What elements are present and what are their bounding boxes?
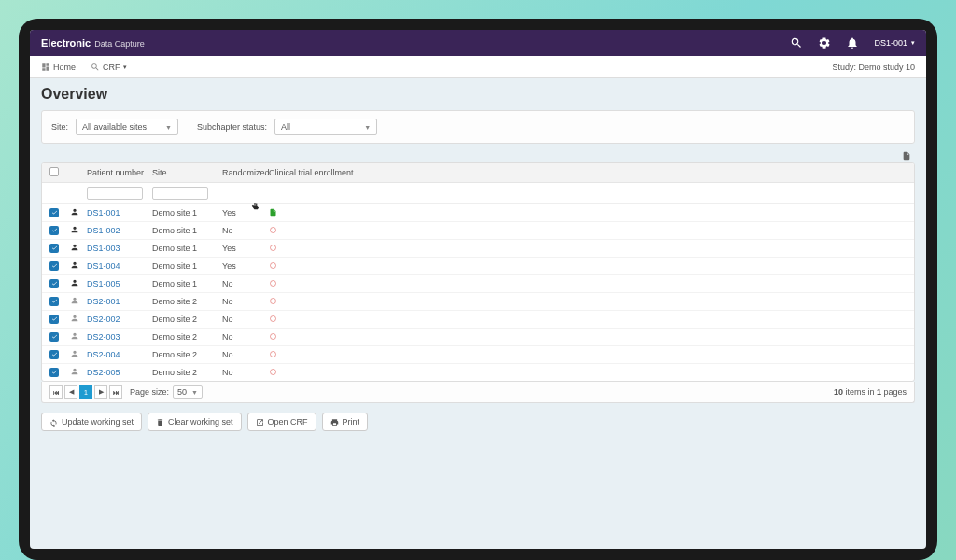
site-text: Demo site 2 (152, 315, 197, 324)
person-icon (70, 225, 79, 234)
status-filter-label: Subchapter status: (197, 122, 267, 132)
filter-panel: Site: All available sites ▼ Subchapter s… (41, 110, 915, 144)
pager: ⏮ ◀ 1 ▶ ⏭ Page size: 50 ▼ 10 items in 1 … (41, 382, 915, 403)
app-screen: Electronic Data Capture DS1-001 ▾ Home C… (30, 30, 926, 549)
bell-icon[interactable] (846, 36, 859, 49)
row-checkbox[interactable] (49, 244, 59, 253)
site-text: Demo site 1 (152, 244, 197, 253)
brand: Electronic Data Capture (41, 37, 145, 49)
site-text: Demo site 1 (152, 226, 197, 235)
row-checkbox[interactable] (49, 208, 59, 217)
pager-last[interactable]: ⏭ (109, 385, 122, 399)
pager-page-1[interactable]: 1 (79, 385, 92, 399)
enroll-complete-icon (269, 208, 277, 217)
svg-point-0 (271, 227, 276, 232)
col-enrollment[interactable]: Clinical trial enrollment (269, 168, 907, 177)
table-row: DS1-005Demo site 1No (42, 275, 914, 293)
col-patient-number[interactable]: Patient number (87, 168, 152, 177)
enroll-pending-icon (269, 244, 277, 252)
person-icon (70, 243, 79, 252)
clear-working-set-button[interactable]: Clear working set (148, 413, 242, 431)
tablet-frame: Electronic Data Capture DS1-001 ▾ Home C… (19, 19, 937, 560)
patient-number-link[interactable]: DS2-004 (87, 350, 120, 359)
table-row: DS2-002Demo site 2No (42, 311, 914, 329)
export-icon[interactable] (902, 151, 911, 161)
table-row: DS1-003Demo site 1Yes (42, 240, 914, 258)
svg-point-1 (271, 245, 276, 250)
randomized-text: No (222, 332, 233, 342)
patient-number-link[interactable]: DS2-003 (87, 332, 120, 342)
row-checkbox[interactable] (49, 261, 59, 271)
topbar: Electronic Data Capture DS1-001 ▾ (30, 30, 926, 56)
nav-crf[interactable]: CRF ▾ (83, 63, 134, 72)
col-randomized[interactable]: Randomized (222, 168, 269, 177)
col-site[interactable]: Site (152, 168, 222, 177)
table-row: DS2-004Demo site 2No (42, 346, 914, 364)
page-size-dropdown[interactable]: 50 ▼ (173, 385, 203, 399)
open-label: Open CRF (268, 417, 308, 427)
svg-point-2 (271, 262, 276, 268)
table-row: DS2-005Demo site 2No (42, 364, 914, 381)
site-filter-dropdown[interactable]: All available sites ▼ (76, 119, 178, 135)
update-label: Update working set (62, 417, 134, 427)
action-buttons: Update working set Clear working set Ope… (41, 413, 915, 431)
pager-buttons: ⏮ ◀ 1 ▶ ⏭ (49, 385, 122, 399)
row-checkbox[interactable] (49, 226, 59, 235)
trash-icon (156, 418, 164, 427)
person-icon (70, 260, 79, 270)
patient-number-link[interactable]: DS2-005 (87, 368, 120, 377)
dashboard-icon (41, 63, 50, 72)
row-checkbox[interactable] (49, 315, 59, 324)
pager-first[interactable]: ⏮ (49, 385, 63, 399)
randomized-text: No (222, 368, 233, 377)
enroll-pending-icon (269, 297, 277, 305)
pager-next[interactable]: ▶ (94, 385, 107, 399)
patient-number-filter[interactable] (87, 187, 143, 200)
pager-prev[interactable]: ◀ (64, 385, 77, 399)
brand-bold: Electronic (41, 37, 91, 49)
patient-number-link[interactable]: DS2-002 (87, 315, 120, 324)
enroll-pending-icon (269, 226, 277, 234)
patient-number-link[interactable]: DS1-001 (87, 208, 120, 217)
export-row (41, 149, 915, 162)
row-checkbox[interactable] (49, 297, 59, 306)
row-checkbox[interactable] (49, 368, 59, 377)
patient-table: Patient number Site Randomized Clinical … (41, 162, 915, 382)
user-label: DS1-001 (874, 38, 907, 48)
site-text: Demo site 1 (152, 208, 197, 217)
chevron-down-icon: ▾ (123, 63, 127, 71)
refresh-icon (49, 418, 58, 427)
search-icon[interactable] (790, 36, 803, 49)
person-icon (70, 207, 79, 217)
nav-home[interactable]: Home (41, 63, 83, 72)
pager-pages: pages (883, 387, 907, 397)
row-checkbox[interactable] (49, 350, 59, 359)
user-menu[interactable]: DS1-001 ▾ (874, 38, 915, 48)
svg-point-5 (271, 315, 276, 321)
enroll-pending-icon (269, 368, 277, 376)
patient-number-link[interactable]: DS1-005 (87, 279, 120, 288)
update-working-set-button[interactable]: Update working set (41, 413, 142, 431)
svg-point-6 (271, 333, 276, 339)
row-checkbox[interactable] (49, 332, 59, 342)
patient-number-link[interactable]: DS1-004 (87, 261, 120, 271)
pager-info: 10 items in 1 pages (834, 387, 907, 397)
open-icon (256, 418, 264, 427)
table-row: DS1-002Demo site 1No (42, 222, 914, 240)
select-all-checkbox[interactable] (49, 167, 59, 176)
patient-number-link[interactable]: DS1-002 (87, 226, 120, 235)
open-crf-button[interactable]: Open CRF (247, 413, 316, 431)
gear-icon[interactable] (818, 36, 831, 49)
chevron-down-icon: ▼ (364, 124, 371, 131)
site-filter-input[interactable] (152, 187, 208, 200)
randomized-text: Yes (222, 208, 236, 217)
brand-light: Data Capture (94, 39, 145, 49)
person-icon (70, 367, 79, 376)
chevron-down-icon: ▼ (165, 124, 172, 131)
patient-number-link[interactable]: DS1-003 (87, 244, 120, 253)
patient-number-link[interactable]: DS2-001 (87, 297, 120, 306)
status-filter-dropdown[interactable]: All ▼ (274, 119, 377, 135)
print-button[interactable]: Print (322, 413, 369, 431)
randomized-text: No (222, 350, 233, 359)
row-checkbox[interactable] (49, 279, 59, 288)
